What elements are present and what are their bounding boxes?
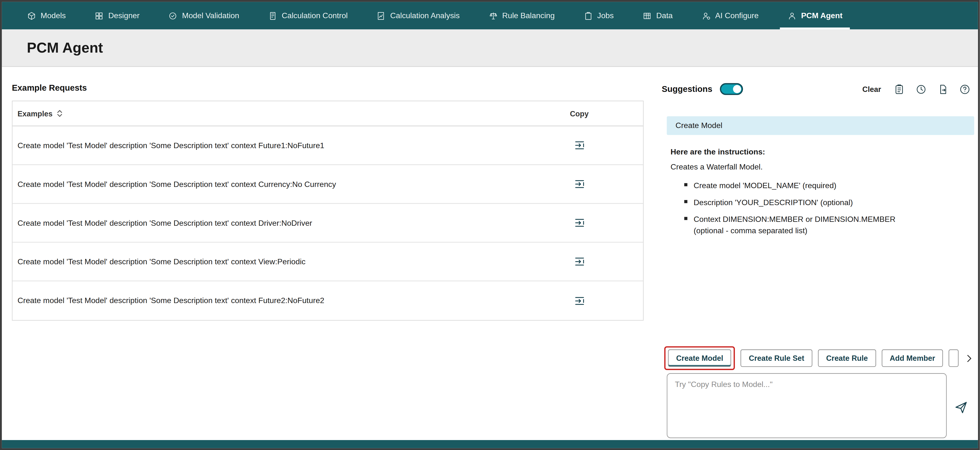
create-model-button[interactable]: Create Model xyxy=(668,349,731,367)
bullet-text: Create model 'MODEL_NAME' (required) xyxy=(694,180,837,191)
instructions-heading: Here are the instructions: xyxy=(670,148,968,156)
copy-cell xyxy=(515,217,643,229)
copy-icon[interactable] xyxy=(573,256,585,267)
table-row: Create model 'Test Model' description 'S… xyxy=(13,165,643,204)
bullet-marker xyxy=(684,200,687,203)
bullet-marker xyxy=(684,217,687,220)
examples-column-header[interactable]: Examples xyxy=(13,109,515,118)
example-request-text: Create model 'Test Model' description 'S… xyxy=(13,257,515,266)
calculator-icon xyxy=(268,11,278,21)
suggestion-actions-row: Create Model Create Rule Set Create Rule… xyxy=(664,346,973,370)
chevron-right-icon[interactable] xyxy=(964,353,974,363)
action-button-truncated[interactable] xyxy=(949,349,959,367)
nav-label: Calculation Analysis xyxy=(390,11,460,20)
suggestions-header: Suggestions Clear xyxy=(662,83,970,95)
clipboard-icon[interactable] xyxy=(894,83,905,95)
send-icon[interactable] xyxy=(954,401,968,414)
scale-icon xyxy=(488,11,498,21)
create-rule-button[interactable]: Create Rule xyxy=(818,349,876,367)
grid-icon xyxy=(94,11,104,21)
nav-label: Jobs xyxy=(597,11,614,20)
nav-label: Data xyxy=(656,11,673,20)
copy-cell xyxy=(515,178,643,190)
nav-item-models[interactable]: Models xyxy=(27,2,66,29)
nav-label: Models xyxy=(41,11,66,20)
copy-column-header: Copy xyxy=(515,109,643,118)
nav-item-data[interactable]: Data xyxy=(642,2,673,29)
create-rule-set-button[interactable]: Create Rule Set xyxy=(741,349,813,367)
instructions-block: Here are the instructions: Creates a Wat… xyxy=(670,148,968,236)
nav-item-pcm-agent[interactable]: PCM Agent xyxy=(787,2,842,29)
panel-action-icons xyxy=(894,83,970,95)
nav-item-designer[interactable]: Designer xyxy=(94,2,140,29)
pcm-agent-window: Models Designer Model Validation Calcula… xyxy=(0,0,980,450)
agent-prompt-input[interactable] xyxy=(667,373,947,438)
table-row: Create model 'Test Model' description 'S… xyxy=(13,126,643,165)
examples-table: Examples Copy Create model 'Test Model' … xyxy=(12,101,644,321)
copy-icon[interactable] xyxy=(573,217,585,229)
instructions-intro: Creates a Waterfall Model. xyxy=(670,162,968,171)
copy-cell xyxy=(515,295,643,307)
footer-bar xyxy=(2,440,978,448)
example-request-text: Create model 'Test Model' description 'S… xyxy=(13,180,515,188)
annotation-highlight: Create Model xyxy=(664,346,735,370)
example-request-text: Create model 'Test Model' description 'S… xyxy=(13,296,515,305)
nav-label: PCM Agent xyxy=(801,11,843,20)
nav-label: AI Configure xyxy=(715,11,759,20)
export-icon[interactable] xyxy=(937,83,948,95)
examples-table-body: Create model 'Test Model' description 'S… xyxy=(13,126,643,320)
instructions-bullets: Create model 'MODEL_NAME' (required) Des… xyxy=(670,180,968,236)
nav-label: Calculation Control xyxy=(282,11,348,20)
bullet-marker xyxy=(684,183,687,186)
suggestions-title: Suggestions xyxy=(662,84,713,94)
chart-doc-icon xyxy=(376,11,386,21)
nav-label: Model Validation xyxy=(182,11,239,20)
table-row: Create model 'Test Model' description 'S… xyxy=(13,281,643,320)
bullet-text: Description 'YOUR_DESCRIPTION' (optional… xyxy=(694,197,853,208)
nav-label: Rule Balancing xyxy=(502,11,555,20)
examples-column-label: Examples xyxy=(18,109,52,118)
help-icon[interactable] xyxy=(959,83,970,95)
suggestions-panel: Suggestions Clear xyxy=(662,67,974,440)
cube-icon xyxy=(27,11,37,21)
top-navigation: Models Designer Model Validation Calcula… xyxy=(2,2,978,29)
clipboard-icon xyxy=(584,11,593,21)
instruction-bullet: Create model 'MODEL_NAME' (required) xyxy=(670,180,968,191)
add-member-button[interactable]: Add Member xyxy=(881,349,943,367)
example-requests-panel: Example Requests Examples Copy Cre xyxy=(12,83,644,321)
instruction-bullet: Description 'YOUR_DESCRIPTION' (optional… xyxy=(670,197,968,208)
nav-label: Designer xyxy=(108,11,140,20)
sort-icon[interactable] xyxy=(56,109,63,118)
nav-item-model-validation[interactable]: Model Validation xyxy=(168,2,239,29)
table-row: Create model 'Test Model' description 'S… xyxy=(13,242,643,281)
suggestions-toggle[interactable] xyxy=(720,83,743,95)
copy-icon[interactable] xyxy=(573,140,585,151)
history-icon[interactable] xyxy=(916,83,927,95)
nav-item-calculation-analysis[interactable]: Calculation Analysis xyxy=(376,2,460,29)
example-request-text: Create model 'Test Model' description 'S… xyxy=(13,141,515,149)
clear-button[interactable]: Clear xyxy=(862,84,881,93)
person-gear-icon xyxy=(702,11,711,21)
copy-cell xyxy=(515,140,643,151)
toggle-knob xyxy=(733,85,741,93)
selected-suggestion[interactable]: Create Model xyxy=(667,116,974,135)
nav-item-jobs[interactable]: Jobs xyxy=(584,2,614,29)
copy-icon[interactable] xyxy=(573,295,585,307)
agent-icon xyxy=(787,11,797,21)
copy-cell xyxy=(515,256,643,267)
page-header: PCM Agent xyxy=(2,29,978,67)
nav-item-calculation-control[interactable]: Calculation Control xyxy=(268,2,348,29)
example-request-text: Create model 'Test Model' description 'S… xyxy=(13,218,515,227)
page-title: PCM Agent xyxy=(27,39,103,56)
nav-item-ai-configure[interactable]: AI Configure xyxy=(702,2,759,29)
check-badge-icon xyxy=(168,11,178,21)
bullet-text: Context DIMENSION:MEMBER or DIMENSION.ME… xyxy=(694,214,911,236)
example-requests-title: Example Requests xyxy=(12,83,644,92)
table-row: Create model 'Test Model' description 'S… xyxy=(13,204,643,242)
nav-item-rule-balancing[interactable]: Rule Balancing xyxy=(488,2,555,29)
main-content: Example Requests Examples Copy Cre xyxy=(2,67,978,440)
examples-table-header: Examples Copy xyxy=(13,101,643,126)
table-icon xyxy=(642,11,652,21)
instruction-bullet: Context DIMENSION:MEMBER or DIMENSION.ME… xyxy=(670,214,968,236)
copy-icon[interactable] xyxy=(573,178,585,190)
